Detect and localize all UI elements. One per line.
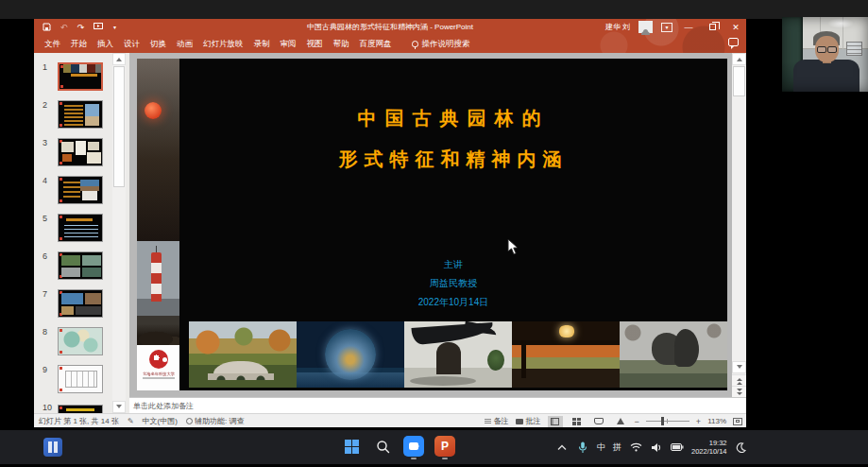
pinned-app-icon[interactable] [43, 438, 62, 457]
tab-record[interactable]: 录制 [254, 39, 270, 50]
slideshow-view-button[interactable] [613, 416, 628, 427]
tab-view[interactable]: 视图 [307, 39, 323, 50]
meeting-app-button[interactable] [402, 435, 425, 458]
slide-scrollbar-thumb[interactable] [733, 66, 745, 96]
tab-review[interactable]: 审阅 [281, 39, 297, 50]
thumbnail-scroll-down-icon[interactable] [112, 401, 126, 413]
search-label: 操作说明搜索 [422, 39, 470, 50]
slide-thumbnail-3[interactable] [58, 138, 103, 166]
slide-number: 1 [43, 62, 47, 72]
qat-dropdown-icon[interactable]: ▾ [110, 22, 120, 32]
ribbon-tab-bar: 文件 开始 插入 设计 切换 动画 幻灯片放映 录制 审阅 视图 帮助 百度网盘… [34, 35, 746, 53]
language-indicator[interactable]: 中文(中国) [143, 416, 178, 426]
slide-sorter-view-button[interactable] [570, 416, 585, 427]
notes-pane[interactable]: 单击此处添加备注 [129, 397, 746, 413]
redo-icon[interactable]: ↷ [76, 22, 86, 32]
comments-icon [516, 419, 523, 424]
next-slide-button[interactable] [732, 386, 746, 397]
slide-number: 6 [43, 251, 47, 261]
tab-animations[interactable]: 动画 [177, 39, 193, 50]
slide-thumbnail-panel: 1 2 [34, 53, 129, 413]
slide-thumbnail-6[interactable] [58, 251, 103, 280]
slide-thumbnail-10[interactable] [58, 405, 103, 413]
slide-title-line2: 形式特征和精神内涵 [179, 147, 727, 172]
slide-thumbnail-1[interactable] [58, 62, 103, 91]
slide-thumbnail-4[interactable] [58, 176, 103, 204]
slide-title: 中国古典园林的 形式特征和精神内涵 [179, 106, 727, 172]
wifi-icon[interactable] [629, 441, 642, 454]
notes-toggle[interactable]: 备注 [485, 416, 509, 426]
night-mode-moon-icon[interactable] [735, 441, 748, 454]
ribbon-display-options-icon[interactable]: ▾ [661, 23, 672, 32]
status-bar: 幻灯片 第 1 张, 共 14 张 ✎ 中文(中国) 辅助功能: 调查 备注 批… [34, 413, 746, 427]
scroll-down-icon[interactable] [732, 361, 746, 373]
comments-bubble-icon[interactable] [728, 38, 739, 46]
slide-thumbnail-7[interactable] [58, 289, 103, 318]
system-tray: 中 拼 19:32 2022/10/14 [555, 435, 748, 459]
tab-insert[interactable]: 插入 [97, 39, 113, 50]
scroll-up-icon[interactable] [732, 53, 746, 65]
zoom-level[interactable]: 113% [707, 417, 726, 425]
powerpoint-app-icon: P [434, 436, 455, 457]
tab-slideshow[interactable]: 幻灯片放映 [203, 39, 244, 50]
fit-to-window-icon[interactable] [733, 418, 742, 425]
reading-view-button[interactable] [591, 416, 606, 427]
zoom-slider[interactable] [646, 421, 689, 422]
zoom-in-button[interactable]: + [696, 417, 701, 426]
screenshare-top-band [0, 0, 868, 19]
minimize-button[interactable]: — [681, 20, 696, 34]
search-button[interactable] [371, 435, 394, 458]
lighthouse-tower [151, 252, 162, 302]
spellcheck-icon[interactable]: ✎ [128, 417, 134, 425]
slide-thumbnail-8[interactable] [58, 327, 103, 355]
restore-button[interactable] [705, 20, 720, 34]
zoom-slider-thumb[interactable] [661, 417, 664, 425]
normal-view-button[interactable] [548, 416, 563, 427]
slide-thumbnail-2[interactable] [58, 100, 103, 129]
close-button[interactable]: ✕ [728, 20, 743, 34]
thumbnail-scroll-up-icon[interactable] [112, 53, 126, 65]
tab-help[interactable]: 帮助 [333, 39, 349, 50]
webcam-video-tile[interactable] [782, 17, 868, 92]
ime-pinyin-indicator[interactable]: 拼 [613, 441, 621, 454]
accessibility-status[interactable]: 辅助功能: 调查 [186, 416, 244, 426]
account-avatar[interactable] [638, 21, 653, 33]
microphone-icon[interactable] [576, 441, 589, 454]
tray-chevron-up-icon[interactable] [555, 441, 569, 454]
current-slide[interactable]: 北海老年科技大学 中国古典园林的 形式特征和精神内涵 主讲 周益民教授 2022… [137, 59, 727, 390]
statusbar-left: 幻灯片 第 1 张, 共 14 张 ✎ 中文(中国) 辅助功能: 调查 [39, 414, 244, 428]
slide-scrollbar[interactable] [732, 53, 746, 397]
start-slideshow-icon[interactable] [93, 22, 103, 32]
slide-number: 8 [43, 327, 47, 337]
photo-moon-gate-night [297, 321, 404, 388]
thumbnail-scrollbar[interactable] [112, 53, 126, 413]
zoom-out-button[interactable]: − [635, 417, 639, 426]
school-logo-subline [143, 377, 175, 379]
undo-icon[interactable]: ↶ [59, 22, 69, 32]
start-button[interactable] [340, 435, 363, 458]
tab-design[interactable]: 设计 [124, 39, 140, 50]
slide-number: 5 [43, 214, 47, 223]
slide-thumbnail-5[interactable] [58, 214, 103, 242]
slide-thumbnail-9[interactable] [58, 365, 103, 393]
tab-baidu-netdisk[interactable]: 百度网盘 [360, 39, 392, 50]
tab-file[interactable]: 文件 [44, 39, 60, 50]
previous-slide-button[interactable] [732, 374, 746, 386]
save-icon[interactable] [42, 22, 52, 32]
ime-language-indicator[interactable]: 中 [597, 441, 605, 454]
tab-transitions[interactable]: 切换 [150, 39, 166, 50]
slide-photo-strip [189, 321, 727, 388]
school-logo-icon [149, 350, 168, 369]
slide-number: 2 [43, 100, 47, 110]
slide-canvas-region: 北海老年科技大学 中国古典园林的 形式特征和精神内涵 主讲 周益民教授 2022… [129, 53, 732, 397]
battery-icon[interactable] [671, 441, 684, 454]
speaker-icon[interactable] [650, 441, 663, 454]
powerpoint-app-button[interactable]: P [434, 435, 456, 458]
notes-placeholder[interactable]: 单击此处添加备注 [133, 401, 194, 411]
clock[interactable]: 19:32 2022/10/14 [691, 439, 727, 456]
tab-home[interactable]: 开始 [71, 39, 87, 50]
comments-toggle[interactable]: 批注 [516, 416, 541, 426]
tell-me-search[interactable]: 操作说明搜索 [412, 39, 470, 50]
account-name[interactable]: 建华 刘 [605, 22, 630, 32]
thumbnail-scrollbar-thumb[interactable] [113, 66, 125, 187]
